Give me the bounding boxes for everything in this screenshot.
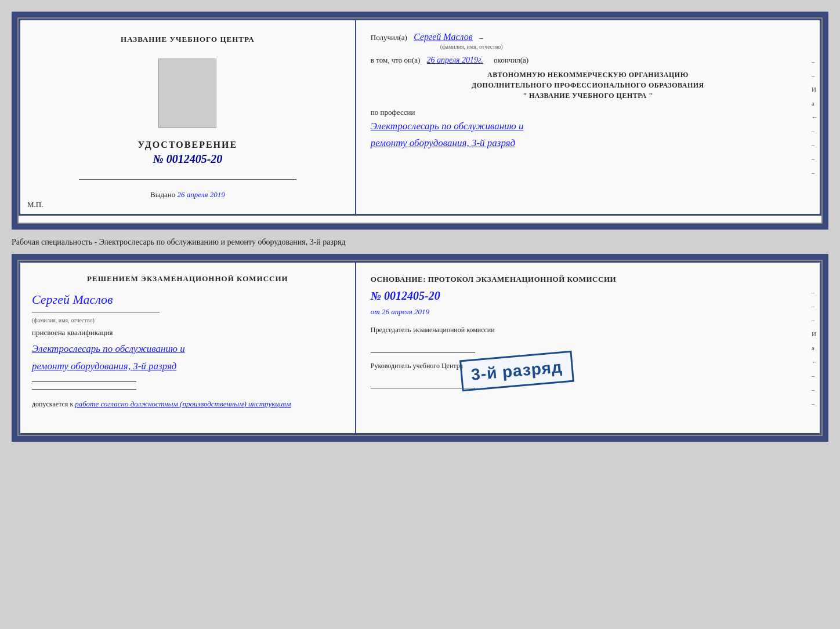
stamp: 3-й разряд: [459, 350, 574, 391]
accent-dash-1: –: [812, 58, 818, 65]
sign-line-chairman: [371, 352, 475, 353]
divider-line-top: [79, 179, 297, 180]
recipient-name-top: Сергей Маслов: [414, 32, 473, 42]
cert-number-top: № 0012405-20: [153, 152, 222, 166]
accent-И-b: И: [812, 330, 818, 337]
poluchil-label: Получил(а): [371, 33, 407, 42]
top-certificate-inner: НАЗВАНИЕ УЧЕБНОГО ЦЕНТРА УДОСТОВЕРЕНИЕ №…: [17, 17, 823, 224]
protocol-number-bottom: № 0012405-20: [371, 289, 805, 303]
prisvoena-label: присвоена квалификация: [32, 328, 343, 337]
protocol-number-value: 0012405-20: [384, 289, 440, 302]
accent-dash-b2: –: [812, 303, 818, 310]
resheniyem-title: Решением экзаменационной комиссии: [32, 274, 343, 283]
cert-number-value: 0012405-20: [166, 152, 223, 165]
kvalifikaciya-handwritten: Электрослесарь по обслуживанию и ремонту…: [32, 340, 343, 376]
right-accent-labels-bottom: – – – И а ← – – –: [812, 289, 818, 407]
profession-line2-top: ремонту оборудования, 3-й разряд: [371, 135, 805, 152]
bottom-cert-right: – – – И а ← – – – Основание: протокол эк…: [356, 263, 820, 433]
profession-line1-top: Электрослесарь по обслуживанию и: [371, 118, 805, 135]
dopuskaetsya-text: работе согласно должностным (производств…: [75, 399, 291, 408]
org-line2: ДОПОЛНИТЕЛЬНОГО ПРОФЕССИОНАЛЬНОГО ОБРАЗО…: [371, 80, 805, 90]
sign-lines-bottom: [32, 381, 343, 390]
sign-line-rukovoditel: [371, 388, 475, 388]
osnovanie-label: Основание: протокол экзаменационной коми…: [371, 274, 805, 285]
dash-top: –: [479, 33, 483, 42]
accent-dash-b1: –: [812, 289, 818, 296]
okonchil-label: окончил(а): [494, 56, 528, 64]
vydano-line: Выдано 26 апреля 2019: [150, 190, 225, 199]
accent-dash-b6: –: [812, 400, 818, 407]
top-certificate: НАЗВАНИЕ УЧЕБНОГО ЦЕНТРА УДОСТОВЕРЕНИЕ №…: [19, 19, 821, 216]
org-text: АВТОНОМНУЮ НЕКОММЕРЧЕСКУЮ ОРГАНИЗАЦИЮ ДО…: [371, 70, 805, 101]
accent-dash-3: –: [812, 128, 818, 134]
sign-line-1: [32, 381, 136, 382]
profession-handwritten-top: Электрослесарь по обслуживанию и ремонту…: [371, 118, 805, 152]
accent-а-b: а: [812, 344, 818, 351]
accent-И: И: [812, 86, 818, 93]
ot-date-value: 26 апреля 2019: [382, 307, 429, 316]
accent-а: а: [812, 100, 818, 107]
vtom-label: в том, что он(а): [371, 56, 421, 64]
name-handwritten-bottom: Сергей Маслов: [32, 292, 343, 307]
dopuskaetsya-label: допускается к: [32, 400, 73, 408]
bottom-cert-left: Решением экзаменационной комиссии Сергей…: [20, 263, 356, 433]
vydano-date: 26 апреля 2019: [178, 190, 225, 199]
number-prefix-bottom: №: [371, 289, 381, 302]
photo-placeholder: [158, 59, 216, 128]
org-line3: " НАЗВАНИЕ УЧЕБНОГО ЦЕНТРА ": [371, 90, 805, 101]
poluchil-row: Получил(а) Сергей Маслов –: [371, 32, 805, 42]
accent-left-b: ←: [812, 358, 818, 365]
bottom-certificate: Решением экзаменационной комиссии Сергей…: [19, 261, 821, 435]
top-cert-center-title: НАЗВАНИЕ УЧЕБНОГО ЦЕНТРА: [121, 35, 255, 44]
ot-date-bottom: от 26 апреля 2019: [371, 307, 805, 317]
org-line1: АВТОНОМНУЮ НЕКОММЕРЧЕСКУЮ ОРГАНИЗАЦИЮ: [371, 70, 805, 80]
accent-dash-b3: –: [812, 317, 818, 323]
fio-label-top: (фамилия, имя, отчество): [440, 43, 805, 50]
right-accent-labels: – – И а ← – – – –: [812, 58, 818, 176]
udostoverenie-label: УДОСТОВЕРЕНИЕ: [138, 140, 238, 150]
top-certificate-outer: НАЗВАНИЕ УЧЕБНОГО ЦЕНТРА УДОСТОВЕРЕНИЕ №…: [12, 12, 828, 230]
chairman-label: Председатель экзаменационной комиссии: [371, 325, 805, 335]
kval-line2: ремонту оборудования, 3-й разряд: [32, 358, 343, 376]
accent-dash-b4: –: [812, 372, 818, 379]
top-cert-left: НАЗВАНИЕ УЧЕБНОГО ЦЕНТРА УДОСТОВЕРЕНИЕ №…: [20, 20, 356, 214]
accent-dash-2: –: [812, 72, 818, 79]
bottom-certificate-inner: Решением экзаменационной комиссии Сергей…: [17, 260, 823, 436]
bottom-certificate-wrapper: Решением экзаменационной комиссии Сергей…: [12, 254, 828, 442]
number-prefix: №: [153, 152, 163, 165]
mp-label: М.П.: [27, 200, 43, 209]
divider-line-bottom: [32, 312, 160, 312]
top-cert-right: – – И а ← – – – – Получил(а) Сергей Масл…: [356, 20, 820, 214]
accent-dash-5: –: [812, 155, 818, 162]
vtom-date: 26 апреля 2019г.: [427, 56, 483, 64]
ot-label: от: [371, 307, 380, 316]
dopuskaetsya-block: допускается к работе согласно должностны…: [32, 398, 343, 410]
bottom-certificate-outer: Решением экзаменационной комиссии Сергей…: [12, 254, 828, 442]
kval-line1: Электрослесарь по обслуживанию и: [32, 340, 343, 358]
fio-label-bottom: (фамилия, имя, отчество): [32, 317, 343, 323]
sign-line-2: [32, 389, 136, 390]
accent-left: ←: [812, 114, 818, 121]
vtom-row: в том, что он(а) 26 апреля 2019г. окончи…: [371, 56, 805, 65]
po-professii-label: по профессии: [371, 108, 805, 117]
stamp-text: 3-й разряд: [470, 358, 563, 384]
top-certificate-wrapper: НАЗВАНИЕ УЧЕБНОГО ЦЕНТРА УДОСТОВЕРЕНИЕ №…: [12, 12, 828, 230]
accent-dash-4: –: [812, 141, 818, 148]
accent-dash-b5: –: [812, 386, 818, 393]
middle-specialty-text: Рабочая специальность - Электрослесарь п…: [12, 237, 828, 248]
rukovoditel-label: Руководитель учебного Центра: [371, 362, 805, 370]
accent-dash-6: –: [812, 169, 818, 176]
